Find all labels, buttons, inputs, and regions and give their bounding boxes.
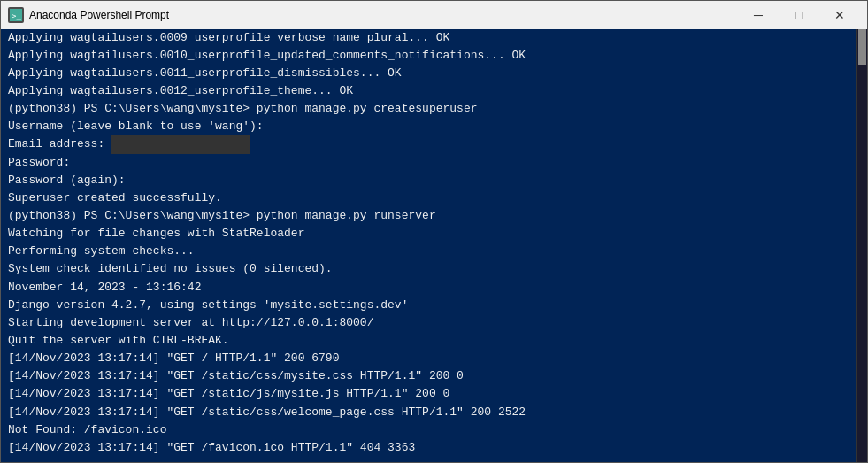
terminal-line: Password (again): bbox=[8, 172, 849, 189]
close-button[interactable]: ✕ bbox=[819, 1, 860, 29]
minimize-button[interactable]: ─ bbox=[738, 1, 779, 29]
terminal-line: Applying wagtailusers.0011_userprofile_d… bbox=[8, 65, 849, 82]
terminal-line: Starting development server at http://12… bbox=[8, 314, 849, 332]
title-bar: >_ Anaconda Powershell Prompt ─ □ ✕ bbox=[1, 1, 867, 29]
terminal-line: System check identified no issues (0 sil… bbox=[8, 260, 849, 278]
window-title: Anaconda Powershell Prompt bbox=[29, 9, 738, 21]
terminal-line: Superuser created successfully. bbox=[8, 189, 849, 207]
terminal-body: Applying wagtailusers.0005_make_related_… bbox=[1, 29, 867, 462]
terminal-line: Applying wagtailusers.0009_userprofile_v… bbox=[8, 29, 849, 47]
terminal-content[interactable]: Applying wagtailusers.0005_make_related_… bbox=[1, 29, 856, 462]
terminal-line: Django version 4.2.7, using settings 'my… bbox=[8, 297, 849, 314]
terminal-line: [14/Nov/2023 13:17:14] "GET /static/css/… bbox=[8, 404, 849, 421]
terminal-line: [14/Nov/2023 13:17:14] "GET / HTTP/1.1" … bbox=[8, 350, 849, 367]
terminal-line: Performing system checks... bbox=[8, 243, 849, 260]
terminal-line: (python38) PS C:\Users\wang\mysite> pyth… bbox=[8, 100, 849, 118]
scrollbar[interactable] bbox=[856, 29, 867, 462]
terminal-line: Username (leave blank to use 'wang'): bbox=[8, 118, 849, 135]
terminal-line: Applying wagtailusers.0010_userprofile_u… bbox=[8, 47, 849, 65]
window-controls: ─ □ ✕ bbox=[738, 1, 860, 29]
terminal-line: [14/Nov/2023 13:17:14] "GET /favicon.ico… bbox=[8, 439, 849, 457]
terminal-line: Watching for file changes with StatReloa… bbox=[8, 225, 849, 243]
terminal-line: Not Found: /favicon.ico bbox=[8, 421, 849, 439]
scrollbar-thumb[interactable] bbox=[858, 29, 866, 65]
terminal-line: [14/Nov/2023 13:17:14] "GET /static/js/m… bbox=[8, 385, 849, 403]
svg-text:>_: >_ bbox=[12, 12, 21, 20]
terminal-line: Quit the server with CTRL-BREAK. bbox=[8, 332, 849, 350]
terminal-line: Email address: bbox=[8, 135, 849, 153]
app-icon: >_ bbox=[8, 7, 24, 23]
terminal-line: (python38) PS C:\Users\wang\mysite> pyth… bbox=[8, 207, 849, 225]
terminal-line: [14/Nov/2023 13:17:14] "GET /static/css/… bbox=[8, 367, 849, 385]
terminal-line: Applying wagtailusers.0012_userprofile_t… bbox=[8, 82, 849, 100]
maximize-button[interactable]: □ bbox=[779, 1, 819, 29]
terminal-line: Password: bbox=[8, 154, 849, 172]
terminal-line: November 14, 2023 - 13:16:42 bbox=[8, 279, 849, 297]
anaconda-powershell-window: >_ Anaconda Powershell Prompt ─ □ ✕ Appl… bbox=[0, 0, 868, 463]
